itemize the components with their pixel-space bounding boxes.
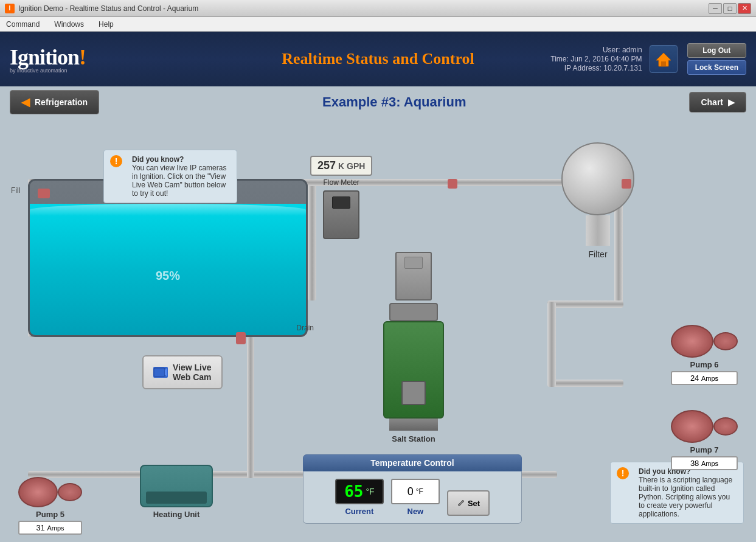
temp-set-button[interactable]: Set [447,490,490,516]
lock-screen-button[interactable]: Lock Screen [687,60,746,75]
pump-6-amps: 24 Amps [671,371,738,385]
salt-label: Salt Station [383,434,444,443]
pump-5-motor [18,477,58,507]
svg-rect-4 [154,368,165,377]
menu-command[interactable]: Command [2,19,43,30]
prev-arrow-icon: ◀ [21,96,30,109]
pump-6-label: Pump 6 [671,360,738,369]
user-info: User: admin Time: Jun 2, 2016 04:40 PM I… [550,45,642,73]
drain-label: Drain [296,324,314,332]
home-icon [655,50,672,68]
close-button[interactable]: ✕ [738,3,751,14]
heating-body [140,465,213,507]
pump-7: Pump 7 38 Amps [671,410,738,470]
content-area: Fill 95% Drain 257 K GPH Flow Meter [0,118,756,542]
next-arrow-icon: ▶ [728,97,735,107]
heating-label: Heating Unit [140,510,213,519]
flow-meter-dial [332,196,350,209]
header-buttons: Log Out Lock Screen [687,43,746,75]
pump-7-body [713,417,738,436]
header-title: Realtime Status and Control [282,50,474,68]
temp-current-display: 65 °F [335,479,384,504]
temp-current-label: Current [345,507,373,516]
pipe-pump7-h [547,380,623,387]
pump-6-motor [671,325,713,358]
valve-top-mid [448,179,457,189]
info-icon-1: ! [110,155,122,167]
logo-sub: by inductive automation [10,68,86,74]
user-label: User: admin [550,46,642,54]
tank-water: 95% [30,204,306,335]
logout-button[interactable]: Log Out [687,43,746,58]
valve-drain [236,332,246,344]
heating-unit: Heating Unit [140,465,213,519]
svg-marker-5 [165,368,167,377]
maximize-button[interactable]: □ [723,3,737,14]
salt-station: Salt Station [383,252,444,443]
flow-meter-value: 257 [317,159,336,172]
info-box-2: ! Did you know? There is a scripting lan… [610,462,744,524]
temp-current-value: 65 [344,482,363,501]
pump-7-label: Pump 7 [671,445,738,454]
title-left: I Ignition Demo - Realtime Status and Co… [5,4,198,13]
filter: Filter [561,142,634,259]
temp-new-input[interactable]: 0 °F [391,479,440,504]
pump-6: Pump 6 24 Amps [671,325,738,385]
flow-meter-display: 257 K GPH [310,156,372,176]
info-icon-2: ! [617,467,629,479]
menu-help[interactable]: Help [95,19,117,30]
pump-7-amps: 38 Amps [671,456,738,470]
pump-5-label: Pump 5 [18,510,82,519]
logo-ignition: Ignition [10,45,79,69]
pump-5-amps: 31 Amps [18,521,82,535]
minimize-button[interactable]: ─ [709,3,722,14]
pump-7-motor [671,410,713,443]
chart-label: Chart [701,97,723,107]
logo-text: Ignition! [10,44,86,70]
chart-button[interactable]: Chart ▶ [689,92,746,113]
webcam-button[interactable]: View Live Web Cam [142,355,223,389]
svg-rect-1 [661,61,666,66]
time-label: Time: Jun 2, 2016 04:40 PM [550,55,642,63]
temp-control: Temperature Control 65 °F Current 0 °F N… [303,454,522,524]
salt-control-panel [395,252,432,301]
pipe-drain-v [247,337,254,478]
info-title-1: Did you know? [132,155,231,164]
salt-window [401,381,426,405]
tank-percentage: 95% [156,269,180,283]
pump-5-body [58,483,82,501]
temp-current: 65 °F Current [335,479,384,516]
flow-meter: 257 K GPH Flow Meter [310,156,372,239]
flow-meter-label: Flow Meter [310,178,372,187]
salt-body [383,321,444,419]
menu-bar: Command Windows Help [0,17,756,32]
info-box-1: ! Did you know? You can view live IP cam… [103,150,237,203]
logo-exclaim: ! [79,45,86,69]
valve-fill [38,189,50,198]
window-title: Ignition Demo - Realtime Status and Cont… [18,4,198,13]
prev-button[interactable]: ◀ Refrigeration [10,90,99,114]
temp-new-value: 0 [407,485,414,498]
info-text-1: You can view live IP cameras in Ignition… [132,164,231,198]
fill-label: Fill [11,186,20,195]
wrench-icon [457,499,465,507]
salt-stand [389,419,438,431]
page-title: Example #3: Aquarium [322,94,466,110]
window-controls: ─ □ ✕ [709,3,751,14]
app-container: Ignition! by inductive automation Realti… [0,32,756,542]
header: Ignition! by inductive automation Realti… [0,32,756,86]
heating-controls [146,492,207,504]
pipe-pump6-h [547,301,623,308]
menu-windows[interactable]: Windows [50,19,88,30]
prev-label: Refrigeration [35,97,88,107]
temp-new-label: New [407,507,424,516]
home-button[interactable] [650,45,678,73]
filter-label: Filter [561,249,634,259]
filter-stand [586,215,610,246]
temp-control-header: Temperature Control [303,454,522,471]
temp-new: 0 °F New [391,479,440,516]
title-bar: I Ignition Demo - Realtime Status and Co… [0,0,756,17]
flow-meter-unit: K GPH [338,161,365,171]
temp-current-unit: °F [366,487,374,496]
temp-control-body: 65 °F Current 0 °F New Set [303,471,522,524]
